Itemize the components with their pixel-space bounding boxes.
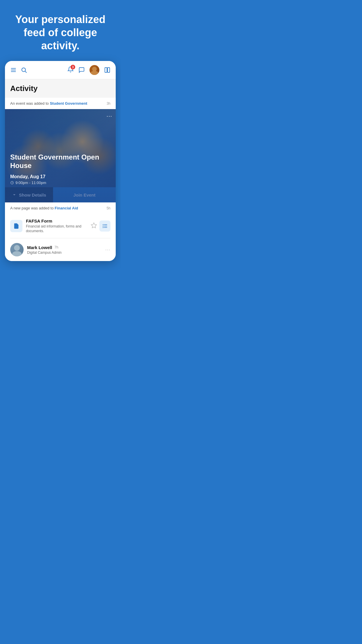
hamburger-icon[interactable]	[10, 67, 17, 73]
fafsa-description: Financial aid information, forms and doc…	[26, 224, 87, 233]
phone-card: 3 Activity An event was added to Student…	[5, 61, 116, 261]
person-more-button[interactable]: ···	[105, 247, 110, 253]
person-avatar	[10, 243, 24, 256]
hero-section: Your personalized feed of college activi…	[0, 0, 121, 61]
event-date: Monday, Aug 17	[10, 174, 110, 179]
fafsa-info: FAFSA Form Financial aid information, fo…	[26, 218, 87, 233]
feed-org-1[interactable]: Student Government	[50, 101, 87, 106]
feed-label-1: An event was added to Student Government…	[5, 98, 116, 109]
avatar[interactable]	[89, 65, 99, 75]
top-bar: 3	[5, 61, 116, 79]
fafsa-actions	[91, 220, 110, 232]
chat-icon[interactable]	[78, 67, 85, 73]
svg-point-3	[22, 68, 26, 72]
event-title: Student Government Open House	[10, 153, 110, 170]
fafsa-title: FAFSA Form	[26, 218, 87, 223]
activity-header: Activity	[5, 79, 116, 98]
event-card: ··· Student Government Open House Monday…	[5, 109, 116, 202]
person-name-row: Mark Lowell 7h	[27, 245, 102, 250]
hero-text: Your personalized feed of college activi…	[8, 13, 113, 52]
notification-bell[interactable]: 3	[67, 66, 74, 74]
fafsa-icon	[10, 220, 22, 232]
event-time: 9:00pm - 11:00pm	[10, 181, 110, 185]
feed-time-1: 3h	[107, 102, 110, 106]
svg-rect-5	[105, 68, 107, 73]
search-icon[interactable]	[21, 67, 27, 73]
person-row: Mark Lowell 7h Digital Campus Admin ···	[5, 238, 116, 261]
person-time: 7h	[55, 245, 58, 249]
person-role: Digital Campus Admin	[27, 251, 102, 255]
activity-title: Activity	[10, 84, 110, 93]
svg-line-4	[25, 71, 27, 73]
svg-marker-10	[91, 223, 96, 228]
feed-prefix-1: An event was added to	[10, 101, 50, 106]
event-content: Student Government Open House Monday, Au…	[5, 109, 116, 187]
bookmarks-icon[interactable]	[104, 67, 110, 73]
checklist-button[interactable]	[99, 220, 110, 232]
feed-time-2: 5h	[107, 206, 110, 210]
feed-prefix-2: A new page was added to	[10, 206, 55, 210]
event-time-text: 9:00pm - 11:00pm	[15, 181, 46, 185]
notification-badge: 3	[71, 65, 75, 69]
fafsa-row: FAFSA Form Financial aid information, fo…	[5, 214, 116, 238]
person-name[interactable]: Mark Lowell	[27, 245, 52, 250]
svg-rect-6	[108, 68, 110, 73]
star-icon[interactable]	[91, 222, 97, 230]
feed-label-2: A new page was added to Financial Aid 5h	[5, 202, 116, 214]
person-info: Mark Lowell 7h Digital Campus Admin	[27, 245, 102, 255]
feed-org-2[interactable]: Financial Aid	[55, 206, 78, 210]
